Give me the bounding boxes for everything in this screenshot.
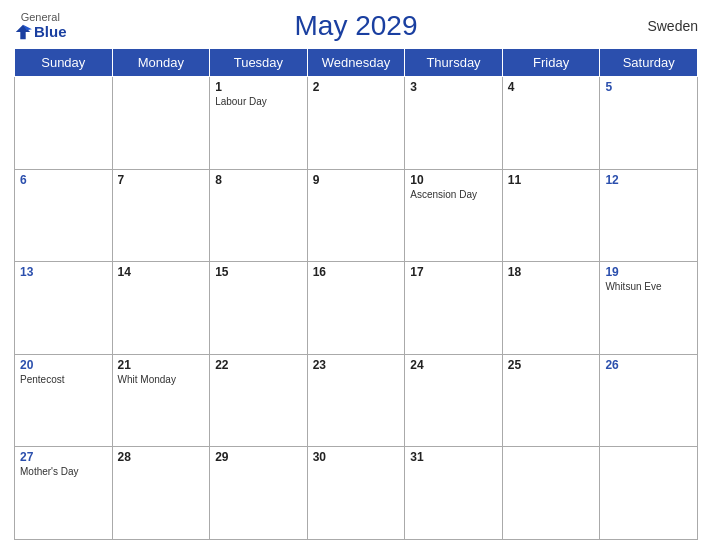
day-cell-4-4: 31 [405, 447, 503, 540]
day-number: 3 [410, 80, 497, 94]
holiday-label: Labour Day [215, 96, 302, 107]
day-cell-4-0: 27Mother's Day [15, 447, 113, 540]
day-number: 14 [118, 265, 205, 279]
day-cell-1-4: 10Ascension Day [405, 169, 503, 262]
day-number: 13 [20, 265, 107, 279]
col-friday: Friday [502, 49, 600, 77]
day-cell-0-2: 1Labour Day [210, 77, 308, 170]
day-number: 11 [508, 173, 595, 187]
day-number: 25 [508, 358, 595, 372]
col-monday: Monday [112, 49, 210, 77]
day-cell-3-5: 25 [502, 354, 600, 447]
page-title: May 2029 [295, 10, 418, 42]
weekday-header-row: Sunday Monday Tuesday Wednesday Thursday… [15, 49, 698, 77]
holiday-label: Ascension Day [410, 189, 497, 200]
day-cell-4-3: 30 [307, 447, 405, 540]
day-cell-0-5: 4 [502, 77, 600, 170]
week-row-2: 678910Ascension Day1112 [15, 169, 698, 262]
day-number: 4 [508, 80, 595, 94]
day-number: 12 [605, 173, 692, 187]
day-cell-0-3: 2 [307, 77, 405, 170]
day-number: 10 [410, 173, 497, 187]
day-number: 31 [410, 450, 497, 464]
week-row-4: 20Pentecost21Whit Monday2223242526 [15, 354, 698, 447]
day-cell-1-2: 8 [210, 169, 308, 262]
week-row-3: 13141516171819Whitsun Eve [15, 262, 698, 355]
day-cell-2-1: 14 [112, 262, 210, 355]
col-saturday: Saturday [600, 49, 698, 77]
day-cell-1-5: 11 [502, 169, 600, 262]
day-number: 2 [313, 80, 400, 94]
holiday-label: Mother's Day [20, 466, 107, 477]
day-cell-1-1: 7 [112, 169, 210, 262]
day-number: 28 [118, 450, 205, 464]
day-number: 19 [605, 265, 692, 279]
day-number: 8 [215, 173, 302, 187]
holiday-label: Whit Monday [118, 374, 205, 385]
svg-marker-0 [16, 25, 30, 39]
logo-bird-icon [14, 23, 32, 41]
day-cell-0-1 [112, 77, 210, 170]
day-cell-4-6 [600, 447, 698, 540]
day-number: 5 [605, 80, 692, 94]
day-number: 22 [215, 358, 302, 372]
day-cell-2-6: 19Whitsun Eve [600, 262, 698, 355]
calendar-table: Sunday Monday Tuesday Wednesday Thursday… [14, 48, 698, 540]
week-row-5: 27Mother's Day28293031 [15, 447, 698, 540]
day-cell-2-5: 18 [502, 262, 600, 355]
day-number: 23 [313, 358, 400, 372]
col-thursday: Thursday [405, 49, 503, 77]
country-label: Sweden [647, 18, 698, 34]
day-cell-3-4: 24 [405, 354, 503, 447]
holiday-label: Pentecost [20, 374, 107, 385]
week-row-1: 1Labour Day2345 [15, 77, 698, 170]
day-number: 6 [20, 173, 107, 187]
day-cell-2-2: 15 [210, 262, 308, 355]
col-tuesday: Tuesday [210, 49, 308, 77]
day-cell-2-4: 17 [405, 262, 503, 355]
day-number: 15 [215, 265, 302, 279]
calendar-header: General Blue May 2029 Sweden [14, 10, 698, 42]
day-number: 16 [313, 265, 400, 279]
col-wednesday: Wednesday [307, 49, 405, 77]
day-cell-3-3: 23 [307, 354, 405, 447]
day-number: 21 [118, 358, 205, 372]
day-number: 27 [20, 450, 107, 464]
day-number: 26 [605, 358, 692, 372]
day-cell-4-2: 29 [210, 447, 308, 540]
day-number: 30 [313, 450, 400, 464]
day-cell-1-0: 6 [15, 169, 113, 262]
day-cell-3-1: 21Whit Monday [112, 354, 210, 447]
day-number: 7 [118, 173, 205, 187]
day-cell-1-3: 9 [307, 169, 405, 262]
day-cell-3-2: 22 [210, 354, 308, 447]
day-cell-4-5 [502, 447, 600, 540]
logo: General Blue [14, 11, 67, 41]
day-number: 29 [215, 450, 302, 464]
day-cell-2-3: 16 [307, 262, 405, 355]
logo-general-text: General [21, 11, 60, 23]
day-cell-0-4: 3 [405, 77, 503, 170]
day-number: 1 [215, 80, 302, 94]
day-number: 20 [20, 358, 107, 372]
day-number: 17 [410, 265, 497, 279]
day-cell-4-1: 28 [112, 447, 210, 540]
day-cell-3-0: 20Pentecost [15, 354, 113, 447]
holiday-label: Whitsun Eve [605, 281, 692, 292]
day-number: 9 [313, 173, 400, 187]
day-cell-0-0 [15, 77, 113, 170]
col-sunday: Sunday [15, 49, 113, 77]
day-cell-3-6: 26 [600, 354, 698, 447]
day-number: 18 [508, 265, 595, 279]
day-cell-1-6: 12 [600, 169, 698, 262]
day-cell-0-6: 5 [600, 77, 698, 170]
day-cell-2-0: 13 [15, 262, 113, 355]
logo-blue-text: Blue [14, 23, 67, 41]
day-number: 24 [410, 358, 497, 372]
